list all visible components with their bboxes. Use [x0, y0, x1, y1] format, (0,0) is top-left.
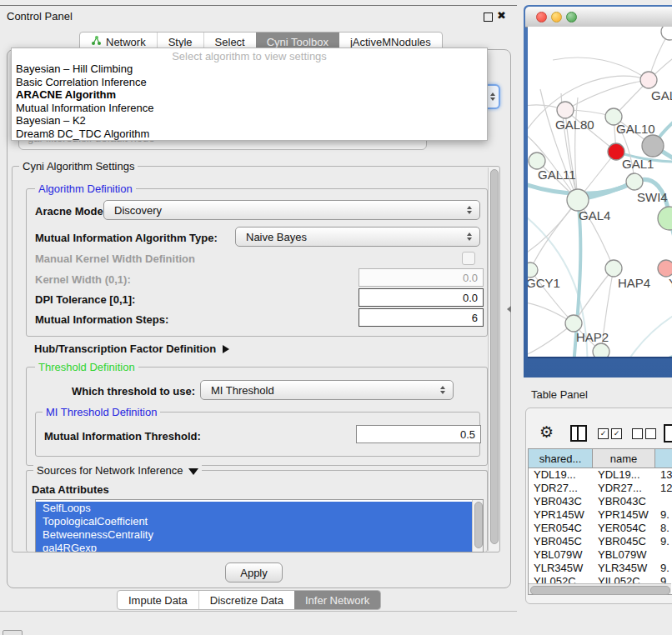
settings-scrollbar-thumb[interactable]: [490, 169, 499, 544]
table-cell[interactable]: YDL19...: [529, 468, 593, 482]
manual-kernel-checkbox[interactable]: [462, 252, 475, 265]
column-header-name[interactable]: name: [593, 449, 655, 468]
tab-impute-data[interactable]: Impute Data: [118, 591, 198, 609]
table-cell[interactable]: YDL19...: [593, 468, 655, 482]
table-cell[interactable]: [655, 495, 672, 508]
table-cell[interactable]: YDR27...: [529, 482, 593, 495]
minimize-traffic-light[interactable]: [551, 12, 562, 22]
network-edge[interactable]: [530, 200, 578, 270]
table-row[interactable]: YPR145WYPR145W9.: [529, 508, 672, 522]
dropdown-item-mutual-information[interactable]: Mutual Information Inference: [12, 102, 487, 115]
tab-discretize-data[interactable]: Discretize Data: [198, 591, 294, 609]
table-cell[interactable]: YLR345W: [593, 562, 655, 575]
network-window-titlebar[interactable]: [525, 7, 672, 28]
list-item-selfloops[interactable]: SelfLoops: [36, 502, 472, 515]
table-cell[interactable]: 8.: [655, 522, 672, 535]
table-row[interactable]: YBL079WYBL079W: [529, 548, 672, 562]
table-cell[interactable]: YLR345W: [529, 562, 593, 575]
which-threshold-combo[interactable]: MI Threshold: [200, 380, 454, 400]
algorithm-combo-focus-edge[interactable]: [486, 84, 500, 109]
new-table-icon[interactable]: [664, 424, 672, 442]
table-cell[interactable]: YBR045C: [593, 535, 655, 548]
mi-steps-field[interactable]: 6: [359, 308, 484, 327]
table-cell[interactable]: 13: [655, 468, 672, 482]
table-cell[interactable]: YDR27...: [593, 482, 655, 495]
table-cell[interactable]: YER054C: [593, 522, 655, 535]
table-row[interactable]: YDL19...YDL19...13: [529, 468, 672, 482]
network-edge[interactable]: [565, 80, 649, 110]
deselect-all-checks-icon[interactable]: [632, 428, 656, 439]
aracne-mode-value: Discovery: [104, 204, 467, 217]
splitter-collapse-arrow[interactable]: [507, 306, 511, 312]
network-node-swi4[interactable]: [626, 173, 643, 190]
dpi-tolerance-field[interactable]: 0.0: [359, 288, 484, 307]
network-node-y[interactable]: [658, 260, 672, 277]
column-header-shared-name[interactable]: shared...: [529, 449, 593, 468]
table-cell[interactable]: YPR145W: [593, 508, 655, 522]
table-row[interactable]: YBR045CYBR045C9.: [529, 535, 672, 548]
dropdown-item-bayesian-k2[interactable]: Bayesian – K2: [12, 114, 487, 128]
table-hscrollbar[interactable]: [529, 583, 671, 594]
float-window-icon[interactable]: [484, 12, 493, 22]
table-cell[interactable]: YBR043C: [593, 495, 655, 508]
table-cell[interactable]: YPR145W: [529, 508, 593, 522]
mi-threshold-field[interactable]: 0.5: [356, 425, 481, 443]
network-node[interactable]: [661, 27, 672, 40]
network-view[interactable]: GALGAL80GAL10GAL1GAL11SWI4GAL4GCY1HAP4YH…: [528, 27, 672, 358]
tab-infer-network[interactable]: Infer Network: [294, 591, 380, 609]
table-cell[interactable]: YBR043C: [529, 495, 593, 508]
table-cell[interactable]: YBR045C: [529, 535, 593, 548]
table-cell[interactable]: YBL079W: [593, 548, 655, 562]
network-node-hap4[interactable]: [605, 260, 622, 277]
table-cell[interactable]: 9.: [655, 508, 672, 522]
network-node[interactable]: [658, 207, 672, 230]
table-cell[interactable]: 12: [655, 482, 672, 495]
dropdown-item-bayesian-hill-climbing[interactable]: Bayesian – Hill Climbing: [12, 62, 487, 76]
list-item-betweennesscentrality[interactable]: BetweennessCentrality: [36, 528, 472, 542]
tab-style-label: Style: [168, 36, 193, 48]
table-hscrollbar-thumb[interactable]: [530, 586, 670, 595]
table-cell[interactable]: [655, 548, 672, 562]
panel-corner-button[interactable]: [3, 630, 23, 635]
network-node[interactable]: [642, 135, 664, 157]
network-node-gal[interactable]: [640, 72, 657, 88]
aracne-mode-combo[interactable]: Discovery: [103, 200, 480, 220]
network-edge[interactable]: [611, 310, 672, 357]
network-node[interactable]: [593, 343, 609, 357]
network-edge[interactable]: [528, 200, 578, 258]
dropdown-prompt: Select algorithm to view settings: [12, 48, 487, 62]
network-node-gal11[interactable]: [529, 152, 545, 169]
zoom-traffic-light[interactable]: [566, 12, 577, 22]
network-canvas[interactable]: GALGAL80GAL10GAL1GAL11SWI4GAL4GCY1HAP4YH…: [528, 27, 672, 357]
list-item-topologicalcoefficient[interactable]: TopologicalCoefficient: [36, 515, 472, 528]
close-window-icon[interactable]: ✖: [497, 9, 506, 22]
list-scrollbar[interactable]: [472, 500, 483, 552]
apply-button[interactable]: Apply: [225, 562, 283, 582]
table-row[interactable]: YER054CYER054C8.: [529, 522, 672, 535]
dropdown-item-dream8[interactable]: Dream8 DC_TDC Algorithm: [12, 128, 487, 141]
hub-definition-expander[interactable]: Hub/Transcription Factor Definition: [34, 342, 229, 355]
table-cell[interactable]: YBL079W: [529, 548, 593, 562]
network-node-hap2[interactable]: [565, 315, 582, 332]
table-row[interactable]: YDR27...YDR27...12: [529, 482, 672, 495]
close-traffic-light[interactable]: [536, 12, 547, 22]
gear-icon[interactable]: ⚙: [539, 424, 554, 440]
sources-title-wrap[interactable]: Sources for Network Inference: [33, 464, 202, 477]
table-row[interactable]: YBR043CYBR043C: [529, 495, 672, 508]
settings-scrollbar[interactable]: [488, 168, 499, 551]
kernel-width-field[interactable]: 0.0: [359, 268, 484, 287]
list-item-gal4rgexp[interactable]: gal4RGexp: [36, 542, 472, 552]
dropdown-item-basic-correlation[interactable]: Basic Correlation Inference: [12, 76, 487, 89]
network-node-gal80[interactable]: [557, 102, 574, 118]
table-cell[interactable]: 9.: [655, 535, 672, 548]
list-scrollbar-thumb[interactable]: [474, 502, 483, 548]
threshold-definition-title: Threshold Definition: [35, 361, 138, 373]
table-cell[interactable]: YER054C: [529, 522, 593, 535]
mi-type-combo[interactable]: Naive Bayes: [235, 227, 480, 247]
select-all-checks-icon[interactable]: ✓ ✓: [598, 428, 622, 439]
table-row[interactable]: YLR345WYLR345W9.: [529, 562, 672, 575]
dropdown-item-aracne[interactable]: ARACNE Algorithm: [12, 88, 487, 102]
column-header-partial[interactable]: [655, 449, 672, 468]
split-columns-icon[interactable]: [570, 425, 587, 442]
table-cell[interactable]: 9.: [655, 562, 672, 575]
